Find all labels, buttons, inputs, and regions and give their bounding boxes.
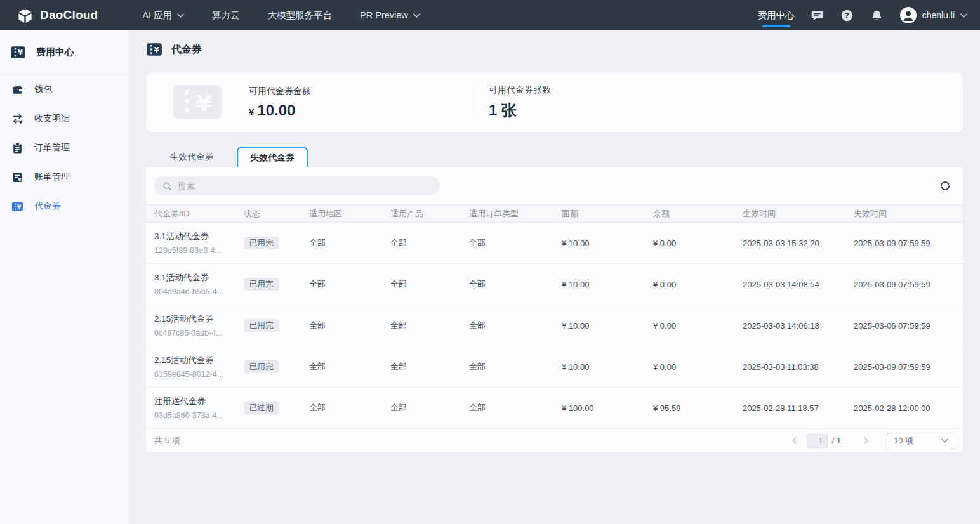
region-cell: 全部	[309, 361, 390, 372]
order-type-cell: 全部	[469, 278, 562, 290]
sidebar-item-label: 订单管理	[34, 142, 70, 154]
coupon-name: 2.15活动代金券	[154, 313, 244, 325]
balance-cell: ¥ 0.00	[653, 321, 743, 331]
column-header: 适用地区	[309, 208, 390, 219]
coupon-name-id-cell: 3.1活动代金券 804d9a4d-b5b5-4...	[154, 272, 244, 296]
status-cell: 已用完	[244, 360, 309, 374]
billing-center-label: 费用中心	[758, 10, 795, 22]
face-value-cell: ¥ 10.00	[562, 362, 653, 372]
column-header: 失效时间	[854, 208, 963, 219]
billing-center-link[interactable]: 费用中心	[758, 0, 795, 30]
coupon-ticket-icon-large: ¥	[172, 83, 223, 121]
coupon-name: 3.1活动代金券	[154, 272, 244, 284]
bill-document-icon: ¥	[11, 171, 23, 183]
next-page-icon[interactable]	[861, 437, 870, 444]
expiry-time-cell: 2025-02-28 12:00:00	[854, 403, 963, 413]
coupon-name: 注册送代金券	[154, 396, 244, 407]
tab-label: 失效代金券	[250, 152, 295, 164]
sidebar-item-transactions[interactable]: ¥ 收支明细	[0, 104, 129, 133]
chevron-down-icon	[941, 438, 948, 443]
amount-number: 10.00	[257, 102, 295, 119]
svg-text:?: ?	[845, 11, 849, 20]
message-icon[interactable]	[811, 8, 824, 22]
tab-expired-coupons[interactable]: 失效代金券	[237, 147, 308, 167]
table-row: 注册送代金券 03d5a860-373a-4... 已过期 全部 全部 全部 ¥…	[146, 388, 963, 429]
total-items-label: 共 5 项	[154, 435, 180, 447]
table-row: 2.15活动代金券 6159e645-8012-4... 已用完 全部 全部 全…	[146, 346, 963, 388]
clipboard-icon	[11, 142, 23, 154]
column-header: 余额	[653, 208, 743, 219]
main-menu: AI 应用 算力云 大模型服务平台 PR Preview	[142, 0, 420, 30]
coupon-id: 804d9a4d-b5b5-4...	[154, 287, 244, 296]
available-amount-stat: 可用代金券金额 ¥ 10.00	[249, 86, 477, 119]
table-header: 代金券/ID 状态 适用地区 适用产品 适用订单类型 面额 余额 生效时间 失效…	[146, 204, 963, 223]
product-cell: 全部	[390, 361, 469, 372]
chevron-down-icon	[413, 13, 420, 18]
sidebar-item-bills[interactable]: ¥ 账单管理	[0, 162, 129, 192]
menu-item-label: 大模型服务平台	[268, 10, 333, 22]
status-cell: 已过期	[244, 402, 309, 415]
status-cell: 已用完	[244, 319, 309, 332]
search-icon	[162, 181, 172, 191]
face-value-cell: ¥ 100.00	[562, 403, 653, 413]
sidebar-item-wallet[interactable]: 钱包	[0, 75, 129, 104]
sidebar-item-orders[interactable]: 订单管理	[0, 133, 129, 162]
refresh-icon[interactable]	[939, 180, 951, 192]
chevron-down-icon	[960, 13, 967, 18]
svg-text:¥: ¥	[18, 48, 23, 57]
notification-bell-icon[interactable]	[870, 8, 884, 22]
brand[interactable]: DaoCloud	[17, 7, 98, 24]
coupon-name: 3.1活动代金券	[154, 231, 244, 242]
coupon-tabs: 生效代金券 失效代金券	[146, 147, 963, 167]
balance-cell: ¥ 0.00	[653, 239, 743, 248]
top-navbar: DaoCloud AI 应用 算力云 大模型服务平台 PR Preview 费用…	[0, 0, 980, 30]
available-amount-label: 可用代金券金额	[249, 86, 477, 97]
balance-cell: ¥ 0.00	[653, 280, 743, 289]
prev-page-icon[interactable]	[790, 437, 799, 444]
sidebar-item-label: 收支明细	[34, 113, 70, 124]
wallet-icon	[11, 84, 23, 96]
available-count-label: 可用代金券张数	[489, 84, 551, 96]
coupon-id: 129e5f89-03e3-4...	[154, 246, 244, 255]
column-header: 适用产品	[390, 208, 469, 219]
brand-name: DaoCloud	[40, 8, 98, 22]
page-size-select[interactable]: 10 项	[887, 433, 955, 449]
region-cell: 全部	[309, 320, 390, 331]
page-number-input[interactable]	[807, 434, 828, 448]
menu-item-llm-platform[interactable]: 大模型服务平台	[268, 0, 333, 30]
coupon-name-id-cell: 注册送代金券 03d5a860-373a-4...	[154, 396, 244, 420]
order-type-cell: 全部	[469, 402, 562, 414]
table-row: 3.1活动代金券 129e5f89-03e3-4... 已用完 全部 全部 全部…	[146, 223, 963, 264]
menu-item-compute-cloud[interactable]: 算力云	[212, 0, 240, 30]
effective-time-cell: 2025-02-28 11:18:57	[743, 403, 854, 413]
pagination: / 1 10 项	[790, 433, 955, 449]
column-header: 状态	[244, 208, 309, 219]
product-cell: 全部	[390, 237, 469, 249]
menu-item-label: PR Preview	[360, 10, 408, 20]
search-box[interactable]	[154, 176, 440, 195]
expiry-time-cell: 2025-03-06 07:59:59	[854, 321, 963, 331]
expiry-time-cell: 2025-03-09 07:59:59	[854, 239, 963, 248]
order-type-cell: 全部	[469, 361, 562, 372]
available-amount-value: ¥ 10.00	[249, 102, 477, 119]
product-cell: 全部	[390, 320, 469, 331]
svg-text:¥: ¥	[19, 119, 23, 125]
menu-item-ai-apps[interactable]: AI 应用	[142, 0, 184, 30]
sidebar-item-coupons[interactable]: ¥ 代金券	[0, 192, 129, 221]
menu-item-pr-preview[interactable]: PR Preview	[360, 0, 420, 30]
main-content: ¥ 代金券 ¥ 可用代金券金额 ¥ 10.00 可用代金券张数 1 张	[129, 30, 980, 524]
status-badge: 已用完	[244, 319, 279, 332]
user-menu[interactable]: chenlu.li	[900, 7, 967, 23]
face-value-cell: ¥ 10.00	[562, 280, 653, 289]
menu-item-label: 算力云	[212, 10, 240, 22]
status-badge: 已用完	[244, 237, 279, 250]
page-size-value: 10 项	[894, 435, 913, 447]
coupon-id: 03d5a860-373a-4...	[154, 411, 244, 420]
coupon-ticket-icon: ¥	[146, 42, 162, 57]
help-icon[interactable]: ?	[840, 8, 854, 22]
avatar	[900, 7, 917, 23]
tab-active-coupons[interactable]: 生效代金券	[157, 147, 226, 167]
navbar-right: 费用中心 ?	[758, 0, 967, 30]
search-input[interactable]	[178, 181, 432, 191]
chevron-down-icon	[177, 13, 184, 18]
